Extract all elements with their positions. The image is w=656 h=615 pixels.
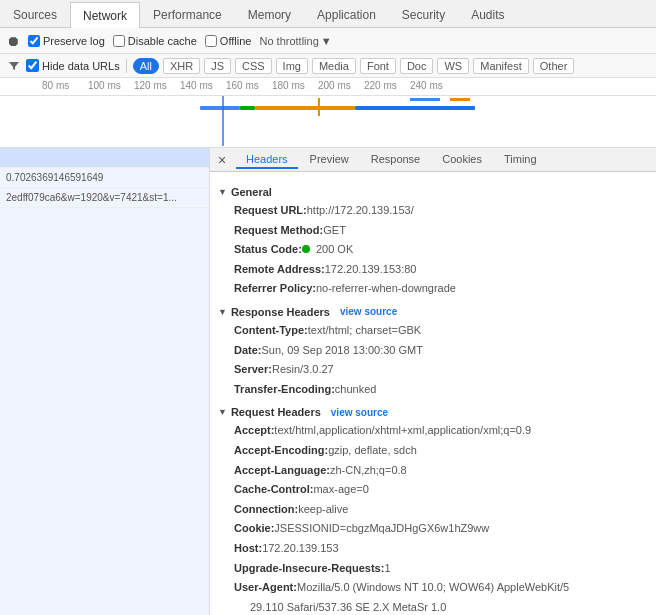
key-accept: Accept [234,422,274,440]
value-remote-address: 172.20.139.153:80 [325,261,417,279]
filter-css[interactable]: CSS [235,58,272,74]
preserve-log-checkbox[interactable] [28,35,40,47]
tab-audits[interactable]: Audits [458,1,517,27]
field-transfer-encoding: Transfer-Encoding chunked [218,381,648,399]
ruler-tick-240ms: 240 ms [410,80,443,91]
filter-icon[interactable] [6,58,22,74]
waterfall-bar-waiting [255,106,355,110]
triangle-icon-general: ▼ [218,187,227,197]
view-source-request-link[interactable]: view source [331,407,388,418]
ruler-tick-160ms: 160 ms [226,80,259,91]
filter-other[interactable]: Other [533,58,575,74]
request-row-2[interactable]: 0.7026369146591649 [0,168,209,188]
tab-performance[interactable]: Performance [140,1,235,27]
filter-xhr[interactable]: XHR [163,58,200,74]
filter-ws[interactable]: WS [437,58,469,74]
preserve-log-checkbox-label[interactable]: Preserve log [28,35,105,47]
detail-tab-timing[interactable]: Timing [494,151,547,169]
filter-doc[interactable]: Doc [400,58,434,74]
key-host: Host [234,540,262,558]
key-remote-address: Remote Address [234,261,325,279]
throttle-label: No throttling [259,35,318,47]
request-row-1[interactable] [0,148,209,168]
section-request-headers-header: ▼ Request Headers view source [218,406,648,418]
waterfall-bar-receiving [355,106,475,110]
key-date: Date [234,342,262,360]
section-general-header: ▼ General [218,186,648,198]
key-accept-encoding: Accept-Encoding [234,442,328,460]
view-source-response-link[interactable]: view source [340,306,397,317]
detail-close-button[interactable]: × [214,152,230,168]
main-content: 0.7026369146591649 2edff079ca6&w=1920&v=… [0,148,656,615]
right-panel: × Headers Preview Response Cookies Timin… [210,148,656,615]
detail-tab-response[interactable]: Response [361,151,431,169]
disable-cache-checkbox[interactable] [113,35,125,47]
tab-memory[interactable]: Memory [235,1,304,27]
field-cache-control: Cache-Control max-age=0 [218,481,648,499]
key-referrer-policy: Referrer Policy [234,280,316,298]
key-server: Server [234,361,272,379]
ruler-tick-140ms: 140 ms [180,80,213,91]
key-request-method: Request Method [234,222,323,240]
filter-bar: Hide data URLs All XHR JS CSS Img Media … [0,54,656,78]
filter-font[interactable]: Font [360,58,396,74]
tab-network[interactable]: Network [70,2,140,28]
section-response-headers-header: ▼ Response Headers view source [218,306,648,318]
request-name-3: 2edff079ca6&w=1920&v=7421&st=1... [6,192,177,203]
disable-cache-label: Disable cache [128,35,197,47]
status-code-text: 200 OK [316,243,353,255]
detail-tab-bar: × Headers Preview Response Cookies Timin… [210,148,656,172]
field-accept-language: Accept-Language zh-CN,zh;q=0.8 [218,462,648,480]
hide-data-urls-text: Hide data URLs [42,60,120,72]
request-row-3[interactable]: 2edff079ca6&w=1920&v=7421&st=1... [0,188,209,208]
value-connection: keep-alive [298,501,348,519]
key-cookie: Cookie [234,520,274,538]
hide-data-urls-label[interactable]: Hide data URLs [26,59,120,72]
field-cookie: Cookie JSESSIONID=cbgzMqaJDHgGX6w1hZ9ww [218,520,648,538]
field-connection: Connection keep-alive [218,501,648,519]
value-accept: text/html,application/xhtml+xml,applicat… [274,422,531,440]
toolbar: ⏺ Preserve log Disable cache Offline No … [0,28,656,54]
value-user-agent: Mozilla/5.0 (Windows NT 10.0; WOW64) App… [297,579,569,597]
detail-tab-preview[interactable]: Preview [300,151,359,169]
key-cache-control: Cache-Control [234,481,313,499]
field-content-type: Content-Type text/html; charset=GBK [218,322,648,340]
filter-media[interactable]: Media [312,58,356,74]
triangle-icon-request: ▼ [218,407,227,417]
filter-js[interactable]: JS [204,58,231,74]
marker-orange2 [450,98,470,101]
value-accept-encoding: gzip, deflate, sdch [328,442,417,460]
preserve-log-label: Preserve log [43,35,105,47]
record-icon[interactable]: ⏺ [6,33,20,49]
value-request-url: http://172.20.139.153/ [307,202,414,220]
tab-security[interactable]: Security [389,1,458,27]
status-dot-icon [302,245,310,253]
detail-tab-cookies[interactable]: Cookies [432,151,492,169]
detail-tab-headers[interactable]: Headers [236,151,298,169]
value-accept-language: zh-CN,zh;q=0.8 [330,462,407,480]
filter-all[interactable]: All [133,58,159,74]
timeline-area: 80 ms 100 ms 120 ms 140 ms 160 ms 180 ms… [0,78,656,148]
ruler-tick-180ms: 180 ms [272,80,305,91]
tab-sources[interactable]: Sources [0,1,70,27]
field-server: Server Resin/3.0.27 [218,361,648,379]
throttle-dropdown[interactable]: No throttling ▼ [259,35,331,47]
hide-data-urls-checkbox[interactable] [26,59,39,72]
marker-orange [318,98,320,116]
value-request-method: GET [323,222,346,240]
filter-manifest[interactable]: Manifest [473,58,529,74]
disable-cache-checkbox-label[interactable]: Disable cache [113,35,197,47]
field-request-url: Request URL http://172.20.139.153/ [218,202,648,220]
timeline-waterfall [0,96,656,146]
field-accept: Accept text/html,application/xhtml+xml,a… [218,422,648,440]
triangle-icon-response: ▼ [218,307,227,317]
section-request-headers-title: Request Headers [231,406,321,418]
value-cookie: JSESSIONID=cbgzMqaJDHgGX6w1hZ9ww [274,520,489,538]
key-request-url: Request URL [234,202,307,220]
filter-img[interactable]: Img [276,58,308,74]
value-content-type: text/html; charset=GBK [308,322,421,340]
offline-checkbox-label[interactable]: Offline [205,35,252,47]
tab-application[interactable]: Application [304,1,389,27]
value-cache-control: max-age=0 [313,481,368,499]
offline-checkbox[interactable] [205,35,217,47]
